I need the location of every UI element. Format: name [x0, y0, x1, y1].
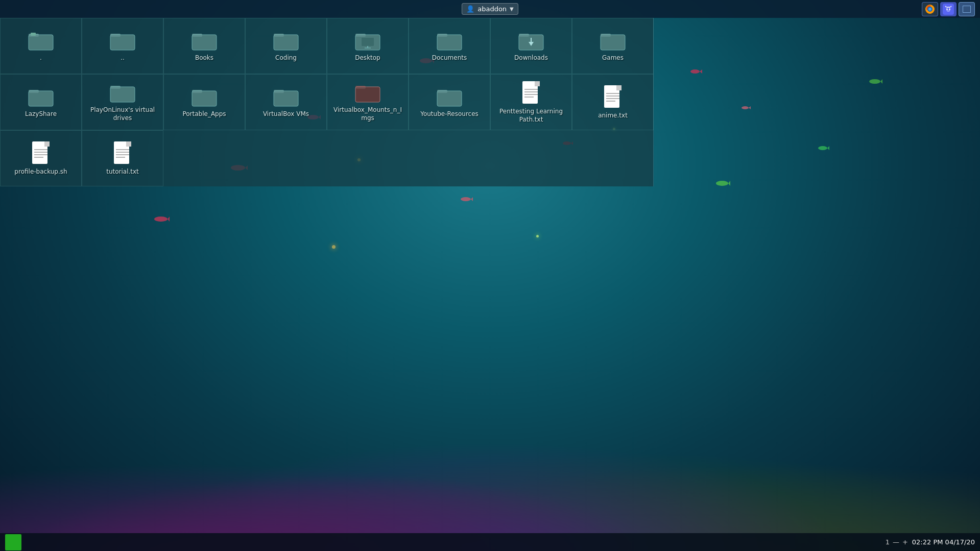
svg-rect-58: [29, 91, 53, 106]
svg-rect-62: [110, 86, 121, 89]
file-manager: . .. Books Coding: [0, 18, 654, 186]
file-name-penttesting: Penttesting Learning Path.txt: [495, 108, 567, 124]
user-icon: 👤: [466, 5, 474, 13]
firefox-icon: [924, 4, 936, 15]
file-name-profile-backup: profile-backup.sh: [14, 168, 67, 176]
svg-rect-39: [274, 34, 284, 37]
file-item-anime[interactable]: anime.txt: [572, 74, 654, 130]
file-item-youtube[interactable]: Youtube-Resources: [409, 74, 490, 130]
svg-rect-38: [274, 35, 298, 50]
file-name-youtube: Youtube-Resources: [420, 110, 479, 118]
file-doc-icon: [603, 84, 623, 109]
svg-rect-85: [616, 85, 622, 90]
folder-icon: [191, 30, 218, 51]
svg-rect-33: [110, 34, 121, 37]
file-name-dot: .: [40, 54, 42, 62]
active-app-button[interactable]: [959, 2, 975, 16]
file-item-portable-apps[interactable]: Portable_Apps: [163, 74, 245, 130]
file-name-tutorial: tutorial.txt: [106, 168, 139, 176]
svg-rect-47: [437, 35, 462, 50]
page-number: 1: [886, 538, 890, 546]
file-name-portable-apps: Portable_Apps: [182, 110, 226, 118]
folder-icon: [28, 86, 54, 107]
file-name-anime: anime.txt: [598, 112, 628, 120]
svg-rect-48: [437, 34, 447, 37]
discord-app-button[interactable]: [940, 2, 957, 16]
svg-rect-31: [31, 33, 36, 36]
folder-icon: [518, 30, 544, 51]
svg-rect-67: [274, 91, 298, 106]
file-name-books: Books: [195, 54, 213, 62]
taskbar-bottom-right: 1 — + 02:22 PM 04/17/20: [886, 538, 975, 546]
file-item-lazyshare[interactable]: LazyShare: [0, 74, 82, 130]
file-item-virtualbox-mounts[interactable]: Virtualbox_Mounts_n_Imgs: [327, 74, 409, 130]
svg-rect-78: [535, 81, 540, 86]
taskbar-right-apps: [922, 2, 975, 16]
svg-rect-36: [192, 34, 202, 37]
file-name-coding: Coding: [275, 54, 297, 62]
datetime-display: 02:22 PM 04/17/20: [912, 538, 975, 546]
file-name-lazyshare: LazyShare: [25, 110, 57, 118]
file-name-downloads: Downloads: [514, 54, 548, 62]
file-doc-icon: [113, 140, 132, 165]
svg-rect-59: [29, 90, 39, 93]
folder-icon: [436, 86, 463, 107]
username-label: abaddon: [477, 5, 507, 13]
taskbar-bottom: 1 — + 02:22 PM 04/17/20: [0, 533, 980, 551]
file-item-profile-backup[interactable]: profile-backup.sh: [0, 130, 82, 186]
svg-rect-56: [601, 34, 611, 37]
svg-rect-68: [274, 90, 284, 93]
coral-decoration: [0, 398, 980, 551]
file-name-games: Games: [602, 54, 624, 62]
svg-rect-25: [943, 4, 954, 15]
page-minus[interactable]: —: [893, 538, 899, 546]
file-item-games[interactable]: Games: [572, 18, 654, 74]
file-grid: . .. Books Coding: [0, 18, 653, 186]
svg-rect-32: [110, 35, 135, 50]
file-item-downloads[interactable]: Downloads: [490, 18, 572, 74]
page-indicator: 1 — +: [886, 538, 908, 546]
user-menu-button[interactable]: 👤 abaddon ▼: [462, 3, 518, 15]
file-item-coding[interactable]: Coding: [245, 18, 327, 74]
discord-icon: [943, 4, 954, 15]
file-item-penttesting[interactable]: Penttesting Learning Path.txt: [490, 74, 572, 130]
svg-rect-92: [44, 141, 50, 147]
page-plus[interactable]: +: [902, 538, 908, 546]
svg-rect-64: [192, 91, 217, 106]
svg-point-27: [949, 8, 950, 10]
svg-rect-70: [355, 87, 380, 102]
folder-icon: [28, 30, 54, 51]
dropdown-arrow-icon: ▼: [510, 6, 514, 12]
file-item-playonlinux[interactable]: PlayOnLinux's virtual drives: [82, 74, 163, 130]
svg-point-24: [928, 8, 931, 11]
file-item-books[interactable]: Books: [163, 18, 245, 74]
file-name-virtualbox-mounts: Virtualbox_Mounts_n_Imgs: [332, 106, 403, 122]
svg-rect-73: [437, 91, 462, 106]
svg-rect-51: [519, 34, 529, 37]
svg-point-26: [946, 8, 948, 10]
svg-rect-35: [192, 35, 217, 50]
file-item-desktop[interactable]: Desktop: [327, 18, 409, 74]
file-name-playonlinux: PlayOnLinux's virtual drives: [87, 106, 158, 122]
file-name-desktop: Desktop: [355, 54, 380, 62]
taskbar-bottom-left: [5, 534, 21, 550]
folder-icon: [109, 82, 136, 103]
start-button[interactable]: [5, 534, 21, 550]
file-name-documents: Documents: [432, 54, 467, 62]
svg-rect-71: [355, 86, 366, 89]
folder-icon: [273, 86, 299, 107]
svg-rect-44: [362, 38, 374, 46]
folder-icon: [273, 30, 299, 51]
svg-rect-28: [29, 35, 53, 50]
file-name-virtualbox-vms: VirtualBox VMs: [263, 110, 309, 118]
folder-icon: [600, 30, 626, 51]
svg-rect-74: [437, 90, 447, 93]
file-item-dot[interactable]: .: [0, 18, 82, 74]
file-item-tutorial[interactable]: tutorial.txt: [82, 130, 163, 186]
file-item-virtualbox-vms[interactable]: VirtualBox VMs: [245, 74, 327, 130]
file-item-dotdot[interactable]: ..: [82, 18, 163, 74]
file-doc-icon: [521, 80, 541, 105]
firefox-app-button[interactable]: [922, 2, 938, 16]
taskbar-top: 👤 abaddon ▼: [0, 0, 980, 18]
file-item-documents[interactable]: Documents: [409, 18, 490, 74]
